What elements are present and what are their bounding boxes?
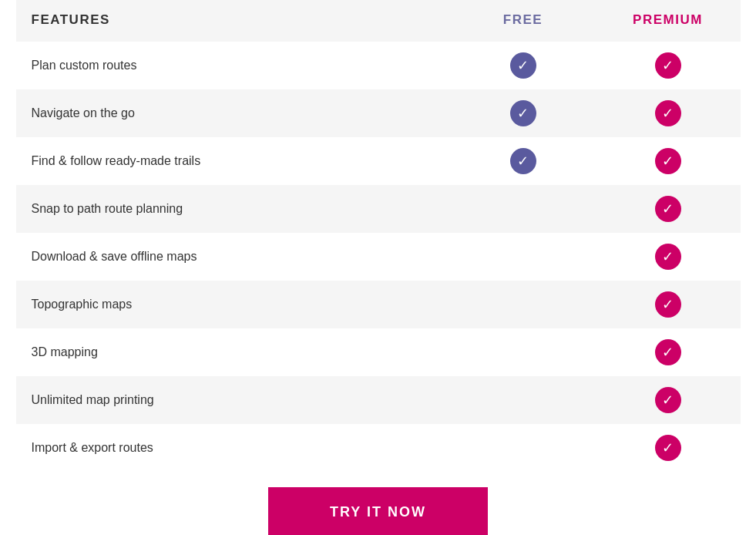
feature-label: Navigate on the go [16,89,451,137]
premium-check-icon: ✓ [655,100,681,126]
free-check-cell [451,281,596,328]
table-row: Unlimited map printing✓ [16,376,741,424]
features-header: FEATURES [16,0,451,42]
premium-check-icon: ✓ [655,387,681,413]
table-row: Navigate on the go✓✓ [16,89,741,137]
free-check-cell [451,376,596,424]
feature-label: Import & export routes [16,424,451,472]
premium-check-icon: ✓ [655,339,681,365]
feature-label: Snap to path route planning [16,185,451,233]
feature-label: Topographic maps [16,281,451,328]
feature-label: Unlimited map printing [16,376,451,424]
table-row: Snap to path route planning✓ [16,185,741,233]
table-row: Topographic maps✓ [16,281,741,328]
premium-check-icon: ✓ [655,52,681,79]
premium-check-icon: ✓ [655,244,681,270]
table-header-row: FEATURES FREE PREMIUM [16,0,741,42]
free-header: FREE [451,0,596,42]
free-check-cell [451,185,596,233]
free-check-icon: ✓ [510,100,536,126]
cta-container: TRY IT NOW [16,487,741,536]
free-check-icon: ✓ [510,52,536,79]
premium-check-icon: ✓ [655,148,681,174]
premium-check-icon: ✓ [655,196,681,222]
free-check-cell [451,424,596,472]
feature-label: Find & follow ready-made trails [16,137,451,185]
table-row: Plan custom routes✓✓ [16,42,741,89]
table-row: 3D mapping✓ [16,328,741,376]
premium-check-cell: ✓ [596,233,741,281]
feature-label: 3D mapping [16,328,451,376]
premium-check-cell: ✓ [596,376,741,424]
feature-label: Plan custom routes [16,42,451,89]
free-check-cell: ✓ [451,137,596,185]
premium-check-cell: ✓ [596,424,741,472]
premium-check-cell: ✓ [596,281,741,328]
premium-check-icon: ✓ [655,291,681,318]
comparison-table-container: FEATURES FREE PREMIUM Plan custom routes… [16,0,741,535]
free-check-icon: ✓ [510,148,536,174]
free-check-cell: ✓ [451,89,596,137]
free-check-cell [451,328,596,376]
premium-check-icon: ✓ [655,435,681,461]
premium-check-cell: ✓ [596,42,741,89]
free-check-cell: ✓ [451,42,596,89]
free-check-cell [451,233,596,281]
premium-check-cell: ✓ [596,89,741,137]
table-row: Import & export routes✓ [16,424,741,472]
premium-header: PREMIUM [596,0,741,42]
try-it-now-button[interactable]: TRY IT NOW [268,487,488,536]
premium-check-cell: ✓ [596,185,741,233]
feature-label: Download & save offline maps [16,233,451,281]
table-row: Download & save offline maps✓ [16,233,741,281]
features-table: FEATURES FREE PREMIUM Plan custom routes… [16,0,741,472]
table-row: Find & follow ready-made trails✓✓ [16,137,741,185]
premium-check-cell: ✓ [596,137,741,185]
premium-check-cell: ✓ [596,328,741,376]
